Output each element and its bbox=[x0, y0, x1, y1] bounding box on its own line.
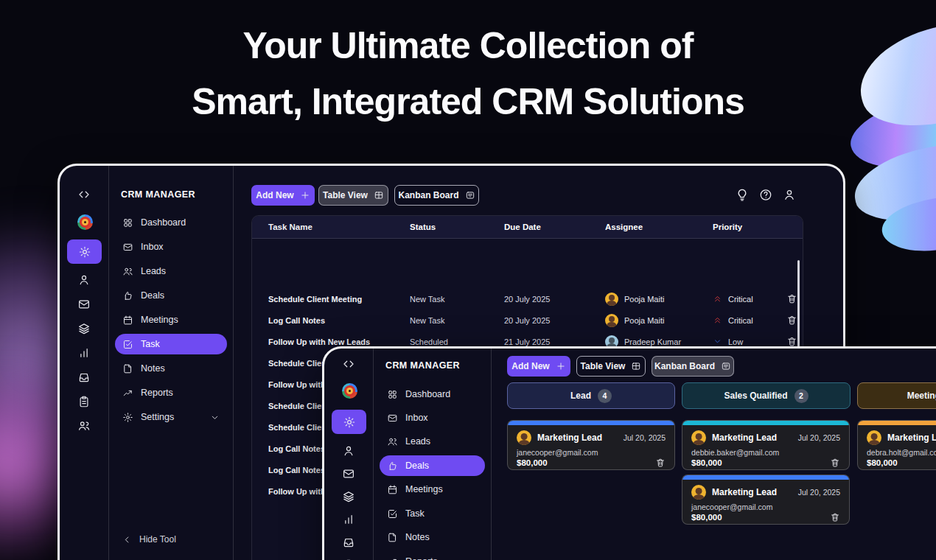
hide-tool-button[interactable]: Hide Tool bbox=[122, 534, 176, 545]
table-view-button[interactable]: Table View bbox=[576, 356, 646, 377]
item-label: Meetings bbox=[141, 315, 178, 325]
add-new-button[interactable]: Add New bbox=[251, 185, 315, 206]
users-icon[interactable] bbox=[77, 419, 91, 433]
card-title: Marketing Lead bbox=[712, 433, 777, 443]
crm-window-kanban-view: CRM MANAGER Dashboard Inbox Leads Deals … bbox=[322, 346, 936, 560]
table-row[interactable]: Log Call Notes New Task 20 July 2025 Poo… bbox=[252, 309, 803, 331]
marketing-hero-page: Your Ultimate Collection of Smart, Integ… bbox=[0, 0, 936, 560]
kanban-card[interactable]: Marketing Lead Jul 20, 2025 janecooper@g… bbox=[507, 420, 675, 470]
item-label: Reports bbox=[405, 556, 438, 560]
trash-icon[interactable] bbox=[786, 315, 797, 326]
inbox-icon bbox=[387, 413, 398, 424]
header-status: Status bbox=[410, 223, 504, 231]
trash-icon[interactable] bbox=[830, 512, 840, 522]
sidebar-item-inbox[interactable]: Inbox bbox=[115, 237, 227, 257]
hub-icon bbox=[343, 416, 356, 429]
mail-icon[interactable] bbox=[77, 298, 91, 311]
kanban-card[interactable]: Marketing Lead Jul 20, 2025 janecooper@g… bbox=[682, 475, 850, 525]
trash-icon[interactable] bbox=[830, 458, 840, 468]
sidebar: CRM MANAGER Dashboard Inbox Leads Deals … bbox=[109, 166, 234, 560]
kanban-card[interactable]: Marketing Lead Jul 20, 2025 debbie.baker… bbox=[682, 420, 850, 470]
priority-low-icon bbox=[713, 337, 722, 346]
cell-status: New Task bbox=[410, 316, 504, 325]
table-view-button[interactable]: Table View bbox=[318, 185, 388, 206]
item-label: Dashboard bbox=[141, 217, 186, 228]
meetings-icon bbox=[122, 315, 133, 326]
card-email: debra.holt@gmail.com bbox=[867, 448, 936, 457]
sidebar-item-task[interactable]: Task bbox=[380, 503, 485, 524]
layers-icon[interactable] bbox=[77, 322, 91, 335]
item-label: Reports bbox=[141, 388, 173, 398]
header-due-date: Due Date bbox=[504, 223, 605, 231]
clipboard-icon[interactable] bbox=[77, 395, 91, 408]
sidebar-item-notes[interactable]: Notes bbox=[380, 527, 485, 547]
header-priority: Priority bbox=[713, 223, 779, 231]
column-label: Meeting Booked bbox=[907, 391, 936, 401]
inbox-tray-icon[interactable] bbox=[342, 536, 355, 549]
chart-bars-icon[interactable] bbox=[77, 346, 91, 360]
user-profile-icon[interactable] bbox=[783, 188, 797, 202]
code-icon[interactable] bbox=[77, 188, 91, 201]
rail-item-active[interactable] bbox=[332, 410, 366, 434]
item-label: Inbox bbox=[141, 242, 164, 252]
inbox-tray-icon[interactable] bbox=[77, 371, 91, 384]
sidebar-item-leads[interactable]: Leads bbox=[380, 431, 485, 452]
sidebar-item-settings[interactable]: Settings bbox=[115, 407, 227, 427]
cell-status: Scheduled bbox=[410, 337, 504, 346]
card-title: Marketing Lead bbox=[712, 487, 777, 497]
mail-icon[interactable] bbox=[342, 467, 355, 480]
sidebar-item-reports[interactable]: Reports bbox=[115, 382, 227, 403]
kanban-column-header-sales-qualified[interactable]: Sales Qualified 2 bbox=[682, 382, 851, 409]
table-view-icon bbox=[374, 190, 384, 200]
sidebar-item-meetings[interactable]: Meetings bbox=[115, 309, 227, 330]
user-icon[interactable] bbox=[77, 273, 91, 287]
code-icon[interactable] bbox=[342, 357, 355, 371]
sidebar-item-dashboard[interactable]: Dashboard bbox=[380, 384, 485, 405]
card-date: Jul 20, 2025 bbox=[798, 433, 840, 442]
card-title: Marketing Lead bbox=[887, 433, 936, 443]
cell-task-name: Follow Up with New Leads bbox=[252, 337, 410, 346]
notes-icon bbox=[122, 363, 133, 374]
lead-avatar bbox=[517, 430, 531, 445]
trash-icon[interactable] bbox=[786, 293, 797, 304]
sidebar-item-deals[interactable]: Deals bbox=[115, 285, 227, 306]
crm-logo-icon[interactable] bbox=[77, 214, 91, 228]
dashboard-icon bbox=[387, 389, 398, 400]
chevron-left-icon bbox=[122, 535, 132, 545]
trash-icon[interactable] bbox=[786, 336, 797, 347]
column-label: Lead bbox=[570, 391, 591, 401]
add-new-button[interactable]: Add New bbox=[507, 356, 570, 377]
kanban-board-button[interactable]: Kanban Board bbox=[652, 356, 734, 377]
kanban-column-header-lead[interactable]: Lead 4 bbox=[507, 382, 675, 409]
help-icon[interactable] bbox=[759, 188, 773, 202]
sidebar-item-inbox[interactable]: Inbox bbox=[380, 407, 485, 428]
card-email: janecooper@gmail.com bbox=[691, 503, 840, 511]
sidebar-item-deals-active[interactable]: Deals bbox=[380, 455, 485, 476]
lightbulb-icon[interactable] bbox=[736, 188, 750, 202]
kanban-column-header-meeting-booked[interactable]: Meeting Booked bbox=[857, 382, 936, 409]
priority-critical-icon bbox=[713, 315, 722, 325]
table-row[interactable]: Schedule Client Meeting New Task 20 July… bbox=[252, 288, 803, 309]
kanban-card[interactable]: Marketing Lead Jul 20, 2025 debra.holt@g… bbox=[857, 420, 936, 470]
button-label: Kanban Board bbox=[398, 190, 458, 200]
sidebar-item-reports[interactable]: Reports bbox=[380, 551, 485, 560]
kanban-board-button[interactable]: Kanban Board bbox=[394, 185, 479, 206]
sidebar-item-notes[interactable]: Notes bbox=[115, 358, 227, 379]
rail-item-active[interactable] bbox=[67, 239, 102, 264]
crm-logo-icon[interactable] bbox=[342, 383, 355, 396]
inbox-icon bbox=[122, 242, 133, 253]
sidebar-item-task-active[interactable]: Task bbox=[115, 334, 227, 354]
sidebar-item-dashboard[interactable]: Dashboard bbox=[115, 212, 227, 233]
trash-icon[interactable] bbox=[655, 458, 666, 468]
user-icon[interactable] bbox=[342, 444, 355, 458]
plus-icon bbox=[556, 361, 566, 371]
priority-label: Critical bbox=[728, 316, 753, 325]
chart-bars-icon[interactable] bbox=[342, 513, 355, 526]
sidebar-title: CRM MANAGER bbox=[121, 189, 195, 200]
assignee-avatar bbox=[605, 314, 618, 327]
sidebar-item-meetings[interactable]: Meetings bbox=[380, 479, 485, 500]
sidebar-item-leads[interactable]: Leads bbox=[115, 261, 227, 281]
layers-icon[interactable] bbox=[342, 490, 355, 503]
main-area: Add New Table View Kanban Board Lead 4 S… bbox=[492, 349, 936, 560]
settings-gear-icon bbox=[122, 412, 133, 423]
